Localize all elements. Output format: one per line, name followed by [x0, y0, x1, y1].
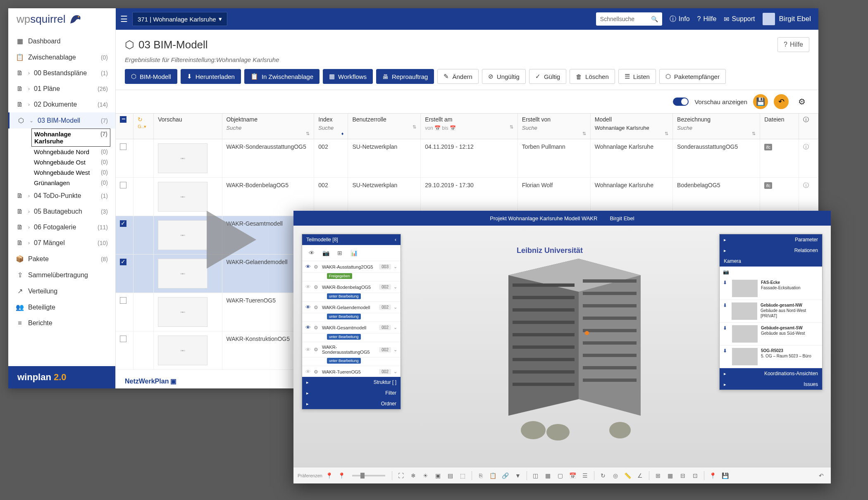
sun-icon[interactable]: ☀: [420, 470, 431, 481]
sidebar-item-7[interactable]: 🗎›05 Bautagebuch(3): [8, 204, 115, 219]
chart-icon[interactable]: 📊: [348, 248, 359, 258]
teilmodell-item[interactable]: 👁⚙WAKR-Gesamtmodell002⌄: [302, 322, 401, 333]
crop-icon[interactable]: ▣: [433, 470, 444, 481]
support-link[interactable]: ✉Support: [724, 15, 755, 23]
row-checkbox[interactable]: [120, 297, 126, 304]
issues-header[interactable]: ▸ Issues: [720, 379, 822, 390]
refresh-icon[interactable]: ↻: [598, 470, 608, 481]
grid-icon[interactable]: ⊞: [334, 248, 345, 258]
refresh-icon[interactable]: ↻: [138, 116, 143, 123]
sidebar-item-4[interactable]: 🗎›02 Dokumente(14): [8, 97, 115, 112]
sidebar-item-11[interactable]: ⇪Sammelübertragung: [8, 267, 115, 283]
sidebar-item-0[interactable]: ▦Dashboard: [8, 33, 115, 49]
calendar-icon[interactable]: 📅: [568, 470, 578, 481]
row-checkbox[interactable]: [120, 336, 126, 342]
delete-button[interactable]: 🗑Löschen: [570, 69, 615, 84]
camera-item[interactable]: ⬇Gebäude-gesamt-SWGebäude aus Süd-West: [720, 323, 822, 345]
chevron-down-icon[interactable]: ⌄: [393, 284, 397, 290]
lists-button[interactable]: ☰Listen: [618, 69, 656, 84]
camera-icon[interactable]: 📷: [320, 248, 331, 258]
filter-header[interactable]: ▸ Filter: [302, 388, 401, 398]
valid-button[interactable]: ✓Gültig: [529, 69, 566, 84]
camera-item[interactable]: ⬇5OG-R50235. OG – Raum 5023 – Büro: [720, 345, 822, 368]
invalid-button[interactable]: ⊘Ungültig: [482, 69, 526, 84]
edit-button[interactable]: ✎Ändern: [437, 69, 478, 84]
sidebar-item-8[interactable]: 🗎›06 Fotogalerie(11): [8, 219, 115, 235]
gear-icon[interactable]: ⚙: [314, 305, 320, 310]
eye-icon[interactable]: 👁: [305, 324, 311, 331]
filter-objektname[interactable]: [227, 125, 310, 131]
download-button[interactable]: ⬇Herunterladen: [181, 69, 241, 84]
angle-icon[interactable]: ∠: [635, 470, 646, 481]
filter-bezeichnung[interactable]: [677, 125, 756, 131]
filter-erstellt-von[interactable]: [522, 125, 586, 131]
chevron-down-icon[interactable]: ⌄: [393, 325, 397, 330]
eye-icon[interactable]: 👁: [305, 369, 311, 375]
eye-icon[interactable]: 👁: [305, 264, 311, 270]
info-link[interactable]: ⓘInfo: [670, 15, 690, 24]
link-icon[interactable]: 🔗: [500, 470, 511, 481]
layers-icon[interactable]: ▤: [445, 470, 456, 481]
settings-button[interactable]: ⚙: [794, 94, 809, 109]
download-icon[interactable]: ⬇: [723, 280, 729, 286]
row-checkbox[interactable]: [120, 182, 126, 188]
preview-toggle[interactable]: [673, 98, 689, 106]
loc-icon[interactable]: 📍: [708, 470, 718, 481]
sidebar-item-14[interactable]: ≡Berichte: [8, 315, 115, 331]
sidebar-item-12[interactable]: ↗Verteilung: [8, 283, 115, 299]
parameter-header[interactable]: ▸ Parameter: [720, 234, 822, 245]
row-checkbox[interactable]: [120, 220, 126, 227]
table-row[interactable]: ▫▪▫WAKR-BodenbelagOG5002SU-Netzwerkplan2…: [116, 178, 818, 216]
teilmodell-item[interactable]: 👁⚙WAKR-TuerenOG5002⌄: [302, 366, 401, 377]
filter-index[interactable]: [318, 125, 343, 131]
chevron-down-icon[interactable]: ⌄: [393, 305, 397, 310]
eye-icon[interactable]: 👁: [305, 304, 311, 310]
sidebar-sub-1[interactable]: Wohngebäude Nord(0): [8, 147, 115, 157]
user-menu[interactable]: Birgit Ebel: [763, 13, 811, 25]
pin2-icon[interactable]: 📍: [336, 470, 347, 481]
filter-modell[interactable]: [595, 125, 668, 131]
sidebar-item-2[interactable]: 🗎›00 Bestandspläne(1): [8, 65, 115, 81]
select-all-checkbox[interactable]: [120, 116, 126, 123]
relationen-header[interactable]: ▸ Relationen: [720, 245, 822, 256]
row-checkbox[interactable]: [120, 143, 126, 150]
target-icon[interactable]: ◎: [610, 470, 621, 481]
viewer-3d-canvas[interactable]: Leibniz Universität Teilmodelle [8] ‹ 👁 …: [293, 226, 831, 467]
snow-icon[interactable]: ❄: [408, 470, 419, 481]
menu-toggle-icon[interactable]: ☰: [116, 14, 132, 24]
koord-header[interactable]: ▸ Koordinations-Ansichten: [720, 368, 822, 379]
sidebar-sub-0[interactable]: Wohnanlage Karlsruhe(7): [31, 129, 110, 147]
gear-icon[interactable]: ⚙: [314, 347, 320, 352]
bim-model-button[interactable]: ⬡BIM-Modell: [125, 69, 177, 84]
grid4-icon[interactable]: ⊡: [690, 470, 701, 481]
clipboard-button[interactable]: 📋In Zwischenablage: [244, 69, 320, 84]
window-icon[interactable]: ◫: [530, 470, 541, 481]
download-icon[interactable]: ⬇: [723, 325, 729, 331]
eye-icon[interactable]: 👁: [305, 347, 311, 353]
sidebar-item-5[interactable]: ⬡⌄03 BIM-Modell(7): [8, 112, 115, 129]
list2-icon[interactable]: ☰: [580, 470, 591, 481]
download-icon[interactable]: ⬇: [723, 348, 729, 354]
teilmodelle-header[interactable]: Teilmodelle [8] ‹: [302, 234, 401, 245]
recipients-button[interactable]: ⬡Paketempfänger: [659, 69, 726, 84]
info-icon[interactable]: ⓘ: [803, 182, 809, 188]
sidebar-item-3[interactable]: 🗎›01 Pläne(26): [8, 81, 115, 97]
workflows-button[interactable]: ▦Workflows: [323, 69, 373, 84]
chevron-down-icon[interactable]: ⌄: [393, 347, 397, 352]
table-row[interactable]: ▫▪▫WAKR-SonderausstattungOG5002SU-Netzwe…: [116, 139, 818, 178]
chevron-down-icon[interactable]: ⌄: [393, 369, 397, 374]
copy-icon[interactable]: ⎘: [475, 470, 486, 481]
struktur-header[interactable]: ▸ Struktur [ ]: [302, 377, 401, 388]
marker-icon[interactable]: ▼: [513, 470, 523, 481]
sidebar-sub-2[interactable]: Wohngebäude Ost(0): [8, 157, 115, 167]
gear-icon[interactable]: ⚙: [314, 369, 320, 375]
gear-icon[interactable]: ⚙: [314, 264, 320, 270]
sidebar-item-6[interactable]: 🗎›04 ToDo-Punkte(1): [8, 188, 115, 204]
grid1-icon[interactable]: ⊞: [653, 470, 663, 481]
cube-icon[interactable]: ⬚: [458, 470, 468, 481]
fit-icon[interactable]: ⛶: [396, 470, 406, 481]
gear-icon[interactable]: ⚙: [314, 284, 320, 290]
camera-item[interactable]: ⬇FAS-EckeFassade-Ecksituation: [720, 277, 822, 300]
sidebar-sub-4[interactable]: Grünanlagen(0): [8, 178, 115, 188]
camera-add-icon[interactable]: 📷: [723, 269, 729, 275]
